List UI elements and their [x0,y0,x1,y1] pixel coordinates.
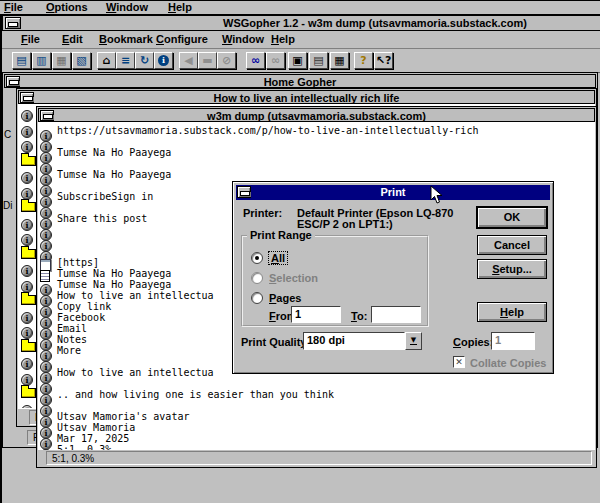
context-help-button[interactable]: ↖? [374,52,393,69]
main-window-titlebar: WSGopher 1.2 - w3m dump (utsavmamoria.su… [2,15,600,31]
gopher-item-row[interactable]: iTumse Na Ho Paayega [40,169,595,180]
folder-icon [21,249,36,259]
item-text: Tumse Na Ho Paayega [57,268,171,279]
copies-label: Copies: [453,336,493,348]
main-window-title: WSGopher 1.2 - w3m dump (utsavmamoria.su… [3,17,600,29]
item-text: Copy link [57,301,111,312]
back-button[interactable]: ◀ [179,52,198,69]
stop-button[interactable]: ▬ [198,52,217,69]
radio-pages[interactable] [251,292,263,304]
item-text: Tumse Na Ho Paayega [57,279,171,290]
bookmark-document-button[interactable]: ▧ [72,52,91,69]
find-button[interactable]: ∞ [246,52,265,69]
retrieve-document-icon: ▤ [16,54,26,67]
item-text: Mar 17, 2025 [57,433,129,444]
menu-help[interactable]: Help [271,33,295,45]
help-button[interactable]: Help [477,302,547,322]
radio-pages-label[interactable]: Pages [269,292,301,304]
home-gopher-titlebar: Home Gopher [4,74,596,88]
item-text: Facebook [57,312,105,323]
cancel-all-icon: ⊘ [222,54,231,67]
copy-icon: ▤ [313,54,323,67]
print-dialog-titlebar[interactable]: Print [236,185,550,200]
help-button[interactable]: ? [354,52,373,69]
retrieve-document-button[interactable]: ▤ [12,52,31,69]
fetch-new-item-icon: ▥ [36,54,46,67]
item-text: .. and how living one is easier than you… [57,389,334,400]
gopher-item-row[interactable]: i [40,136,595,147]
radio-all-label[interactable]: All [269,252,287,264]
item-text: [https] [57,257,99,268]
article-titlebar: How to live an intellectually rich life [18,90,595,104]
item-text: Tumse Na Ho Paayega [57,147,171,158]
item-text: Tumse Na Ho Paayega [57,169,171,180]
menu-bookmark[interactable]: Bookmark [99,33,153,45]
item-text: More [57,345,81,356]
cancel-button[interactable]: Cancel [477,235,547,255]
from-input[interactable]: 1 [291,306,341,323]
gopher-item-row[interactable]: i.. and how living one is easier than yo… [40,389,595,400]
item-text: Utsav Mamoria's avatar [57,411,189,422]
find-again-button[interactable]: ∞ [266,52,285,69]
print-icon: ▦ [334,54,344,67]
find-icon: ∞ [251,54,260,67]
folder-icon [21,156,36,166]
reload-icon: ↻ [140,54,149,67]
setup-button[interactable]: Setup... [477,259,547,279]
fetch-copy-button[interactable]: ▦ [52,52,71,69]
radio-selection-label: Selection [269,272,318,284]
to-input[interactable] [371,306,421,323]
pm-menu-file[interactable]: File [2,1,25,13]
cancel-all-button[interactable]: ⊘ [217,52,236,69]
gopher-item-row[interactable]: i5:1, 0.3% [40,444,595,450]
item-text: Notes [57,334,87,345]
gopher-item-row[interactable]: i [40,400,595,411]
info-icon: i [158,55,169,66]
print-dialog: Print Printer: Default Printer (Epson LQ… [232,181,554,374]
menu-window[interactable]: Window [222,33,264,45]
home-gopher-title: Home Gopher [5,76,595,88]
print-quality-combo[interactable]: 180 dpi [303,332,405,350]
hidden-item-fragment: C [4,129,11,140]
menu-edit[interactable]: Edit [62,33,83,45]
item-icon-slot: i [40,444,57,450]
item-text: How to live an intellectua [57,290,214,301]
help-icon: ? [360,54,366,67]
print-button[interactable]: ▦ [330,52,349,69]
w3m-title: w3m dump (utsavmamoria.substack.com) [39,110,594,122]
home-gopher-icon: ⌂ [103,54,111,67]
copy-button[interactable]: ▤ [309,52,328,69]
pm-menu-options[interactable]: Options [44,1,90,13]
home-gopher-button[interactable]: ⌂ [97,52,116,69]
radio-all[interactable] [251,252,263,264]
back-icon: ◀ [184,54,192,67]
radio-selected-dot [255,256,259,260]
menu-configure[interactable]: Configure [156,33,208,45]
gopher-item-row[interactable]: iMar 17, 2025 [40,433,595,444]
pm-menu-help[interactable]: Help [166,1,194,13]
fetch-copy-icon: ▦ [56,54,66,67]
info-button[interactable]: i [154,52,173,69]
gopher-item-row[interactable]: ihttps://utsavmamoria.substack.com/p/how… [40,125,595,136]
reload-button[interactable]: ↻ [135,52,154,69]
combo-dropdown-button[interactable]: ▼ [405,332,422,350]
dropdown-arrow-icon: ▼ [410,336,417,345]
gopher-item-row[interactable]: iTumse Na Ho Paayega [40,147,595,158]
menu-file[interactable]: File [21,33,40,45]
window-edge-line [0,0,600,1]
bookmark-list-button[interactable]: ≡ [116,52,135,69]
gopher-item-row[interactable]: iUtsav Mamoria [40,422,595,433]
pm-menu-window[interactable]: Window [104,1,150,13]
ok-button[interactable]: OK [477,207,547,228]
gopher-item-row[interactable]: i [40,378,595,389]
print-quality-label: Print Quality: [241,336,310,348]
item-text: https://utsavmamoria.substack.com/p/how-… [57,125,478,136]
fetch-new-item-button[interactable]: ▥ [32,52,51,69]
gopher-item-row[interactable]: i [40,158,595,169]
save-icon: ▣ [292,54,302,67]
gopher-item-row[interactable]: iUtsav Mamoria's avatar [40,411,595,422]
item-text: Utsav Mamoria [57,422,135,433]
save-button[interactable]: ▣ [288,52,307,69]
item-text: How to live an intellectua [57,367,214,378]
copies-input[interactable]: 1 [491,332,535,350]
